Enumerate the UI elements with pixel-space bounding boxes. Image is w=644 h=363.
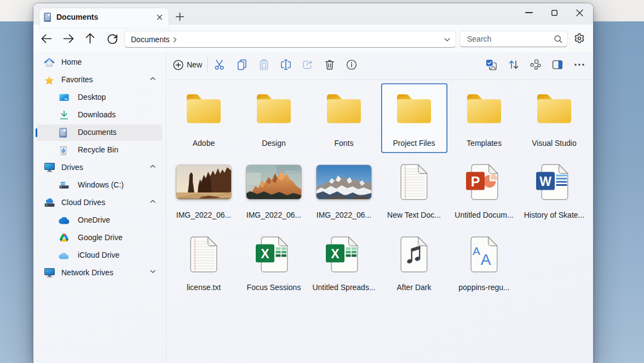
svg-text:X: X	[331, 247, 340, 261]
svg-text:A: A	[481, 251, 491, 268]
svg-text:X: X	[261, 247, 269, 261]
svg-text:A: A	[473, 245, 480, 257]
svg-text:W: W	[539, 174, 551, 189]
svg-text:P: P	[471, 174, 480, 189]
